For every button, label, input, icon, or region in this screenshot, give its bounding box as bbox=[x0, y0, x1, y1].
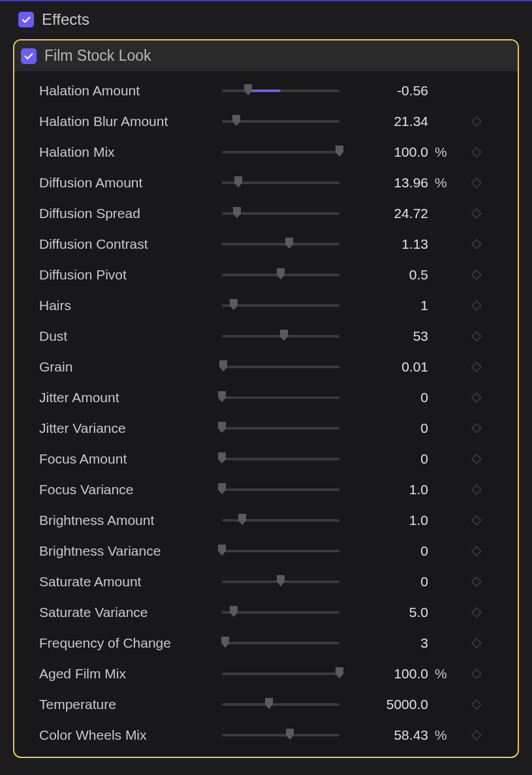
param-value[interactable]: 58.43 bbox=[339, 727, 431, 743]
slider-thumb-icon[interactable] bbox=[279, 330, 289, 343]
slider-thumb-icon[interactable] bbox=[264, 698, 274, 711]
param-value[interactable]: 0 bbox=[339, 574, 431, 590]
slider-thumb-icon[interactable] bbox=[284, 238, 294, 251]
keyframe-diamond-icon[interactable] bbox=[450, 607, 503, 618]
param-value[interactable]: 1.13 bbox=[339, 236, 431, 252]
param-slider[interactable] bbox=[222, 82, 339, 100]
keyframe-diamond-icon[interactable] bbox=[450, 208, 503, 219]
param-slider[interactable] bbox=[222, 112, 339, 131]
param-slider[interactable] bbox=[222, 143, 339, 161]
param-value[interactable]: 5.0 bbox=[339, 605, 431, 620]
param-row: Halation Amount-0.56 bbox=[14, 75, 518, 106]
effects-checkbox[interactable] bbox=[18, 12, 34, 27]
keyframe-diamond-icon[interactable] bbox=[450, 423, 503, 434]
keyframe-diamond-icon[interactable] bbox=[450, 300, 503, 311]
slider-thumb-icon[interactable] bbox=[228, 299, 239, 312]
keyframe-diamond-icon[interactable] bbox=[450, 515, 503, 526]
slider-thumb-icon[interactable] bbox=[334, 667, 345, 680]
keyframe-diamond-icon[interactable] bbox=[450, 392, 503, 403]
keyframe-diamond-icon[interactable] bbox=[450, 730, 503, 740]
slider-thumb-icon[interactable] bbox=[237, 514, 247, 527]
keyframe-diamond-icon[interactable] bbox=[450, 239, 503, 249]
param-slider[interactable] bbox=[222, 695, 339, 714]
param-slider[interactable] bbox=[222, 327, 339, 345]
slider-thumb-icon[interactable] bbox=[285, 729, 295, 742]
keyframe-diamond-icon[interactable] bbox=[450, 484, 503, 495]
param-value[interactable]: 0 bbox=[339, 390, 431, 405]
keyframe-diamond-icon[interactable] bbox=[450, 546, 503, 556]
param-value[interactable]: 0 bbox=[339, 420, 431, 436]
slider-thumb-icon[interactable] bbox=[232, 207, 242, 220]
param-row: Aged Film Mix100.0% bbox=[14, 658, 518, 689]
effect-panel: Film Stock Look Halation Amount-0.56Hala… bbox=[13, 39, 519, 758]
param-slider[interactable] bbox=[222, 542, 339, 560]
param-value[interactable]: 100.0 bbox=[339, 144, 431, 160]
param-slider[interactable] bbox=[222, 481, 339, 499]
param-label: Diffusion Amount bbox=[39, 175, 222, 191]
param-slider[interactable] bbox=[222, 511, 339, 530]
slider-thumb-icon[interactable] bbox=[218, 360, 228, 373]
slider-thumb-icon[interactable] bbox=[217, 545, 227, 558]
param-slider[interactable] bbox=[222, 634, 339, 652]
keyframe-diamond-icon[interactable] bbox=[450, 669, 503, 679]
slider-thumb-icon[interactable] bbox=[228, 606, 239, 619]
param-slider[interactable] bbox=[222, 266, 339, 284]
param-row: Jitter Variance0 bbox=[14, 413, 518, 443]
param-value[interactable]: 0 bbox=[339, 451, 431, 467]
keyframe-diamond-icon[interactable] bbox=[450, 116, 503, 127]
param-value[interactable]: 13.96 bbox=[339, 175, 431, 191]
keyframe-diamond-icon[interactable] bbox=[450, 699, 503, 710]
param-slider[interactable] bbox=[222, 573, 339, 591]
param-value[interactable]: 21.34 bbox=[339, 114, 431, 129]
slider-thumb-icon[interactable] bbox=[275, 268, 286, 281]
effect-enable-checkbox[interactable] bbox=[21, 48, 37, 64]
slider-thumb-icon[interactable] bbox=[220, 637, 230, 650]
slider-thumb-icon[interactable] bbox=[243, 84, 253, 97]
keyframe-diamond-icon[interactable] bbox=[450, 454, 503, 464]
param-value[interactable]: -0.56 bbox=[339, 83, 431, 99]
param-slider[interactable] bbox=[222, 450, 339, 468]
param-value[interactable]: 24.72 bbox=[339, 206, 431, 221]
param-row: Temperature5000.0 bbox=[14, 689, 518, 720]
param-slider[interactable] bbox=[222, 235, 339, 253]
param-slider[interactable] bbox=[222, 726, 339, 744]
slider-thumb-icon[interactable] bbox=[231, 115, 242, 128]
param-value[interactable]: 53 bbox=[339, 328, 431, 344]
keyframe-diamond-icon[interactable] bbox=[450, 331, 503, 341]
param-slider[interactable] bbox=[222, 665, 339, 683]
param-slider[interactable] bbox=[222, 388, 339, 407]
param-label: Halation Blur Amount bbox=[39, 114, 222, 129]
keyframe-diamond-icon[interactable] bbox=[450, 147, 503, 157]
param-unit: % bbox=[431, 666, 450, 682]
param-value[interactable]: 0.5 bbox=[339, 267, 431, 283]
param-value[interactable]: 1.0 bbox=[339, 482, 431, 498]
param-value[interactable]: 100.0 bbox=[339, 666, 431, 682]
slider-thumb-icon[interactable] bbox=[233, 176, 243, 189]
slider-thumb-icon[interactable] bbox=[275, 575, 286, 588]
param-slider[interactable] bbox=[222, 204, 339, 223]
param-label: Jitter Variance bbox=[39, 420, 222, 436]
keyframe-diamond-icon[interactable] bbox=[450, 577, 503, 587]
param-value[interactable]: 0.01 bbox=[339, 359, 431, 375]
keyframe-diamond-icon[interactable] bbox=[450, 638, 503, 648]
param-value[interactable]: 1.0 bbox=[339, 513, 431, 528]
param-row: Jitter Amount0 bbox=[14, 382, 518, 413]
slider-thumb-icon[interactable] bbox=[217, 391, 227, 404]
keyframe-diamond-icon[interactable] bbox=[450, 362, 503, 372]
keyframe-diamond-icon[interactable] bbox=[450, 270, 503, 280]
param-value[interactable]: 5000.0 bbox=[339, 697, 431, 712]
slider-thumb-icon[interactable] bbox=[334, 146, 345, 159]
effect-panel-header[interactable]: Film Stock Look bbox=[14, 40, 518, 71]
param-slider[interactable] bbox=[222, 358, 339, 376]
slider-thumb-icon[interactable] bbox=[217, 483, 227, 496]
slider-thumb-icon[interactable] bbox=[217, 422, 227, 435]
param-slider[interactable] bbox=[222, 419, 339, 437]
param-value[interactable]: 3 bbox=[339, 635, 431, 651]
keyframe-diamond-icon[interactable] bbox=[450, 178, 503, 188]
param-slider[interactable] bbox=[222, 296, 339, 315]
param-slider[interactable] bbox=[222, 603, 339, 622]
slider-thumb-icon[interactable] bbox=[217, 452, 227, 466]
param-value[interactable]: 1 bbox=[339, 298, 431, 313]
param-slider[interactable] bbox=[222, 174, 339, 192]
param-value[interactable]: 0 bbox=[339, 543, 431, 559]
